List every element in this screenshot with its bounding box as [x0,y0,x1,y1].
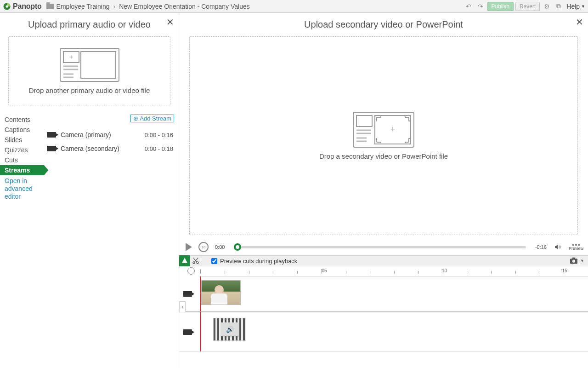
rewind-10-button[interactable] [198,242,209,252]
nav-quizzes[interactable]: Quizzes [0,145,44,155]
stream-time: 0:00 - 0:16 [145,132,173,138]
svg-point-1 [6,5,8,7]
secondary-drop-hint: Drop a secondary video or PowerPoint fil… [319,152,448,160]
timeline-toolbar: Preview cuts during playback ▼ [179,255,588,266]
remaining-time: -0:16 [535,244,547,250]
preview-toggle[interactable]: Preview [569,244,583,251]
stream-name: Camera (secondary) [61,145,145,152]
nav-contents[interactable]: Contents [0,115,44,125]
side-nav: Contents Captions Slides Quizzes Cuts St… [0,112,44,202]
clock-icon [187,267,195,275]
popout-icon[interactable]: ⧉ [554,2,563,11]
breadcrumb-folder[interactable]: Employee Training [57,3,110,10]
camera-icon [183,329,192,335]
collapse-tracks-button[interactable]: ‹ [179,301,186,312]
undo-icon[interactable]: ↶ [464,2,473,11]
snapshot-icon[interactable] [569,257,578,264]
camera-icon [47,132,56,138]
open-advanced-editor-link[interactable]: Open in advanced editor [0,175,44,202]
nav-cuts[interactable]: Cuts [0,155,44,165]
svg-text:+: + [390,125,396,134]
svg-text:＋: ＋ [68,53,74,60]
secondary-upload-header: Upload secondary video or PowerPoint ✕ [179,13,588,33]
preview-cuts-input[interactable] [211,258,217,264]
timeline-ruler[interactable]: :05 :10 :15 [200,266,588,276]
folder-icon [46,4,54,9]
camera-icon [183,291,192,297]
ruler-label: :05 [321,268,327,273]
player-bar: 0:00 -0:16 Preview [179,239,588,255]
close-secondary-icon[interactable]: ✕ [576,17,583,28]
cut-tool-button[interactable] [190,255,201,266]
chevron-down-icon: ▼ [581,4,585,9]
chevron-down-icon[interactable]: ▼ [580,259,584,263]
plus-circle-icon: ⊕ [133,115,138,122]
preview-cuts-checkbox[interactable]: Preview cuts during playback [211,258,297,264]
publish-button[interactable]: Publish [487,2,514,11]
playhead[interactable] [200,276,201,311]
close-primary-icon[interactable]: ✕ [166,17,174,28]
nav-slides[interactable]: Slides [0,135,44,145]
stream-row[interactable]: Camera (secondary) 0:00 - 0:18 [46,140,174,154]
primary-dropzone[interactable]: ＋ Drop another primary audio or video fi… [8,36,170,105]
primary-drop-hint: Drop another primary audio or video file [29,86,150,94]
chevron-right-icon: › [113,3,116,10]
playhead[interactable] [200,312,201,351]
help-menu[interactable]: Help▼ [566,3,585,10]
gear-icon[interactable]: ⚙ [543,2,551,11]
primary-upload-illustration-icon: ＋ [60,48,119,82]
add-stream-button[interactable]: ⊕ Add Stream [130,115,174,122]
camera-icon [47,146,56,151]
ruler-label: :15 [561,268,567,273]
revert-button[interactable]: Revert [515,2,540,11]
stream-row[interactable]: Camera (primary) 0:00 - 0:16 [46,126,174,140]
pointer-tool-button[interactable] [179,255,190,266]
seek-bar[interactable] [234,246,526,248]
stream-name: Camera (primary) [61,131,145,138]
seek-handle[interactable] [234,243,241,251]
ruler-label: :10 [441,268,447,273]
nav-captions[interactable]: Captions [0,125,44,135]
grid-icon [572,244,580,246]
panopto-logo-icon [3,2,11,11]
secondary-dropzone[interactable]: + Drop a secondary video or PowerPoint f… [189,36,578,235]
timeline-tracks: ‹ 🔊 [179,276,588,352]
brand-name: Panopto [13,2,42,11]
video-clip-thumbnail[interactable] [201,280,241,305]
redo-icon[interactable]: ↷ [476,2,485,11]
top-bar: Panopto Employee Training › New Employee… [0,0,588,13]
timeline-track-primary[interactable] [179,276,588,312]
secondary-upload-illustration-icon: + [353,112,414,148]
play-button[interactable] [186,243,192,251]
svg-rect-5 [81,52,116,78]
timeline-track-secondary[interactable]: 🔊 [179,312,588,352]
volume-icon[interactable] [553,243,562,251]
speaker-icon: 🔊 [220,322,239,336]
svg-rect-21 [572,258,575,259]
svg-rect-11 [356,115,372,126]
current-time: 0:00 [215,244,225,250]
svg-point-22 [572,260,575,263]
nav-streams[interactable]: Streams [0,165,44,175]
stream-time: 0:00 - 0:18 [145,145,173,152]
breadcrumb-title[interactable]: New Employee Orientation - Company Value… [119,3,250,10]
audio-clip-thumbnail[interactable]: 🔊 [213,318,246,341]
primary-upload-header: Upload primary audio or video ✕ [0,13,179,33]
